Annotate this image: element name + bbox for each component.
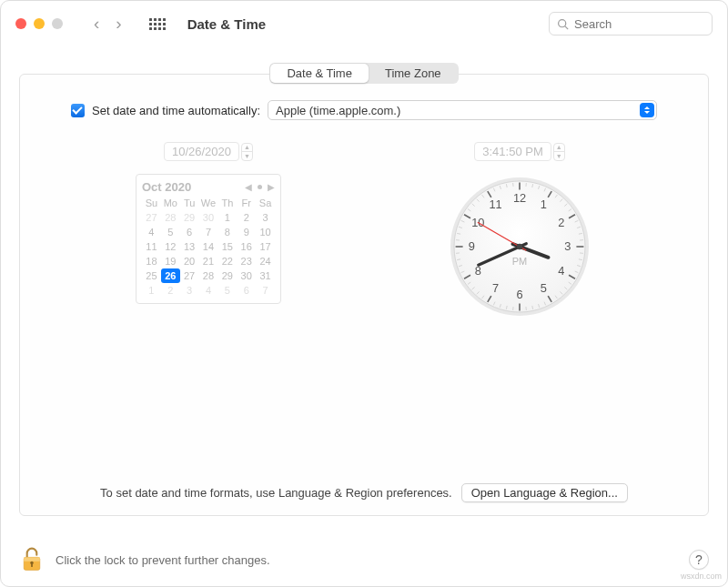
analog-clock: 123456789101112 PM bbox=[447, 174, 592, 319]
date-field[interactable]: 10/26/2020 bbox=[164, 142, 239, 161]
calendar-day[interactable]: 22 bbox=[217, 254, 237, 268]
content: Date & Time Time Zone Set date and time … bbox=[1, 46, 727, 516]
calendar-day[interactable]: 23 bbox=[237, 254, 256, 268]
footer-row: To set date and time formats, use Langua… bbox=[20, 483, 708, 502]
svg-text:5: 5 bbox=[541, 281, 547, 295]
calendar-day[interactable]: 9 bbox=[237, 225, 256, 239]
calendar-day[interactable]: 1 bbox=[217, 210, 237, 225]
calendar-day[interactable]: 20 bbox=[180, 254, 199, 268]
titlebar: ‹ › Date & Time bbox=[1, 1, 727, 46]
calendar-header: Oct 2020 ◀ ▶ bbox=[142, 180, 275, 194]
svg-text:11: 11 bbox=[489, 197, 501, 211]
calendar-day[interactable]: 25 bbox=[142, 268, 161, 283]
close-button[interactable] bbox=[15, 18, 26, 29]
calendar-dow: Th bbox=[217, 196, 237, 210]
calendar-day[interactable]: 8 bbox=[217, 225, 237, 239]
tab-time-zone[interactable]: Time Zone bbox=[369, 64, 458, 83]
time-stepper-control[interactable]: ▲ ▼ bbox=[553, 143, 565, 161]
calendar-dow: Fr bbox=[237, 196, 256, 210]
forward-button[interactable]: › bbox=[116, 14, 121, 34]
calendar-day[interactable]: 7 bbox=[256, 283, 275, 298]
time-server-select[interactable]: Apple (time.apple.com.) bbox=[268, 100, 657, 120]
svg-text:3: 3 bbox=[564, 239, 571, 253]
calendar-day[interactable]: 29 bbox=[217, 268, 237, 283]
calendar-day[interactable]: 5 bbox=[217, 283, 237, 298]
calendar-day[interactable]: 11 bbox=[142, 239, 161, 254]
calendar-day[interactable]: 31 bbox=[256, 268, 275, 283]
calendar-day[interactable]: 15 bbox=[217, 239, 237, 254]
svg-text:1: 1 bbox=[541, 197, 547, 211]
calendar-prev-icon[interactable]: ◀ bbox=[245, 182, 252, 192]
time-column: 3:41:50 PM ▲ ▼ bbox=[364, 142, 675, 319]
lock-text: Click the lock to prevent further change… bbox=[56, 553, 270, 567]
calendar-day[interactable]: 4 bbox=[199, 283, 218, 298]
calendar-day[interactable]: 27 bbox=[142, 210, 161, 225]
watermark: wsxdn.com bbox=[681, 572, 722, 581]
calendar-day[interactable]: 26 bbox=[161, 268, 180, 283]
calendar-day[interactable]: 16 bbox=[237, 239, 256, 254]
calendar-day[interactable]: 21 bbox=[199, 254, 218, 268]
calendar-day[interactable]: 7 bbox=[199, 225, 218, 239]
svg-text:12: 12 bbox=[513, 191, 526, 205]
tabbar: Date & Time Time Zone bbox=[19, 63, 709, 84]
maximize-button[interactable] bbox=[52, 18, 63, 29]
time-field[interactable]: 3:41:50 PM bbox=[474, 142, 551, 161]
calendar-day[interactable]: 13 bbox=[180, 239, 199, 254]
help-button[interactable]: ? bbox=[689, 550, 709, 570]
tab-date-time[interactable]: Date & Time bbox=[270, 64, 369, 83]
calendar-day[interactable]: 28 bbox=[199, 268, 218, 283]
search-icon bbox=[557, 18, 569, 30]
calendar-dow: We bbox=[199, 196, 218, 210]
calendar-day[interactable]: 2 bbox=[161, 283, 180, 298]
calendar-next-icon[interactable]: ▶ bbox=[268, 182, 275, 192]
calendar-dow: Mo bbox=[161, 196, 180, 210]
date-stepper-control[interactable]: ▲ ▼ bbox=[241, 143, 253, 161]
calendar-day[interactable]: 30 bbox=[199, 210, 218, 225]
calendar-day[interactable]: 5 bbox=[161, 225, 180, 239]
minimize-button[interactable] bbox=[34, 18, 45, 29]
calendar-day[interactable]: 3 bbox=[256, 210, 275, 225]
search-field[interactable] bbox=[549, 12, 713, 35]
calendar-day[interactable]: 1 bbox=[142, 283, 161, 298]
time-stepper[interactable]: 3:41:50 PM ▲ ▼ bbox=[474, 142, 565, 161]
calendar-dow: Sa bbox=[256, 196, 275, 210]
date-column: 10/26/2020 ▲ ▼ Oct 2020 ◀ ▶ bbox=[53, 142, 364, 319]
calendar-month-label: Oct 2020 bbox=[142, 180, 191, 194]
calendar-day[interactable]: 17 bbox=[256, 239, 275, 254]
calendar-today-icon[interactable] bbox=[258, 185, 262, 189]
calendar-day[interactable]: 12 bbox=[161, 239, 180, 254]
calendar-day[interactable]: 3 bbox=[180, 283, 199, 298]
back-button[interactable]: ‹ bbox=[94, 14, 99, 34]
calendar-day[interactable]: 6 bbox=[180, 225, 199, 239]
calendar-day[interactable]: 2 bbox=[237, 210, 256, 225]
calendar-day[interactable]: 24 bbox=[256, 254, 275, 268]
calendar-day[interactable]: 6 bbox=[237, 283, 256, 298]
open-language-region-button[interactable]: Open Language & Region... bbox=[461, 483, 628, 502]
auto-checkbox[interactable] bbox=[71, 104, 85, 117]
svg-text:6: 6 bbox=[516, 288, 522, 301]
nav-buttons: ‹ › bbox=[94, 14, 122, 34]
calendar-day[interactable]: 19 bbox=[161, 254, 180, 268]
calendar-nav: ◀ ▶ bbox=[245, 182, 275, 192]
calendar[interactable]: Oct 2020 ◀ ▶ SuMoTuWeThFrSa2728293012345… bbox=[136, 174, 281, 304]
calendar-day[interactable]: 18 bbox=[142, 254, 161, 268]
calendar-day[interactable]: 27 bbox=[180, 268, 199, 283]
calendar-day[interactable]: 10 bbox=[256, 225, 275, 239]
calendar-day[interactable]: 28 bbox=[161, 210, 180, 225]
svg-text:9: 9 bbox=[469, 239, 475, 253]
show-all-button[interactable] bbox=[149, 18, 166, 30]
svg-line-1 bbox=[565, 25, 568, 28]
calendar-grid: SuMoTuWeThFrSa27282930123456789101112131… bbox=[142, 196, 275, 298]
stepper-down-icon: ▼ bbox=[242, 152, 252, 160]
calendar-day[interactable]: 29 bbox=[180, 210, 199, 225]
auto-label: Set date and time automatically: bbox=[92, 104, 260, 117]
calendar-day[interactable]: 14 bbox=[199, 239, 218, 254]
lock-icon[interactable] bbox=[19, 546, 45, 573]
calendar-day[interactable]: 30 bbox=[237, 268, 256, 283]
stepper-up-icon: ▲ bbox=[242, 144, 252, 152]
svg-point-79 bbox=[517, 244, 522, 249]
search-input[interactable] bbox=[574, 17, 704, 31]
svg-text:7: 7 bbox=[492, 281, 499, 295]
calendar-day[interactable]: 4 bbox=[142, 225, 161, 239]
date-stepper[interactable]: 10/26/2020 ▲ ▼ bbox=[164, 142, 253, 161]
